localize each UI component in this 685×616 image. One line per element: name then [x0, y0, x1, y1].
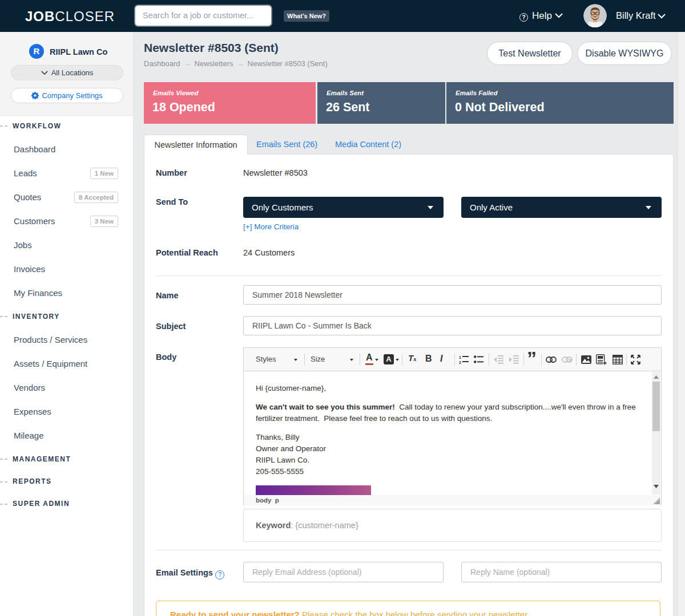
svg-text:2: 2	[459, 360, 461, 364]
svg-text:1: 1	[459, 355, 461, 359]
